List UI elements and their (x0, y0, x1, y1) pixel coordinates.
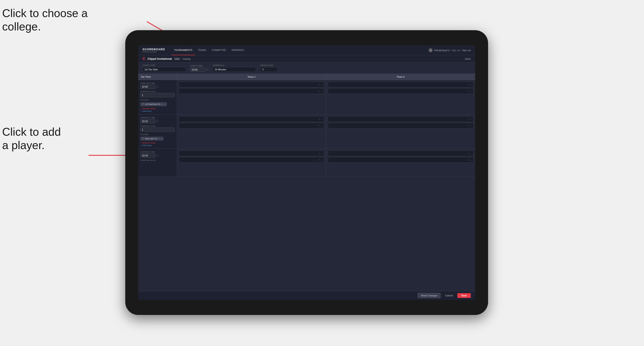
player-remove-3-1[interactable]: × (319, 118, 320, 120)
player-remove-3-2[interactable]: × (319, 124, 320, 127)
sign-out-link[interactable]: Sign out (452, 49, 460, 52)
add-group-2[interactable]: + Add Group (140, 144, 175, 147)
player-row-3-2[interactable]: × ⌄ (179, 123, 324, 128)
team1-cell-3: × ⌄ × ⌄ (177, 149, 326, 177)
player-chevron-3-1[interactable]: ⌄ (321, 118, 323, 120)
starting-hole-select-1[interactable]: 1 (140, 93, 175, 97)
group-size-select[interactable]: 3 (260, 67, 278, 72)
tee-time-cell-1: STARTING TIME: ⓘ STARTING HOLE: 1 COURSE… (138, 80, 177, 114)
settings-bar: Start Type 1st Tee Start Start Time ⓘ In… (138, 63, 475, 74)
player-row-3-1[interactable]: × ⌄ (179, 116, 324, 122)
course-tag-2[interactable]: 🏌 East Lake GC × ⌄ (140, 137, 164, 141)
player-row-1-2[interactable]: × ⌄ (179, 88, 324, 94)
player-remove-6-2[interactable]: × (468, 159, 469, 161)
start-time-input[interactable] (190, 67, 205, 72)
player-chevron-3-2[interactable]: ⌄ (321, 124, 323, 127)
course-chevron-1[interactable]: ⌄ (164, 103, 165, 106)
group-row-1: STARTING TIME: ⓘ STARTING HOLE: 1 COURSE… (138, 80, 475, 115)
starting-time-row-3: ⓘ (140, 153, 175, 158)
player-remove-4-1[interactable]: × (468, 118, 469, 120)
course-name-2: East Lake GC (145, 138, 157, 140)
starting-time-input-2[interactable] (140, 119, 156, 123)
logo-area: SCOREBOARD Powered by clippd (142, 48, 165, 53)
starting-time-label-1: STARTING TIME: (140, 82, 175, 84)
back-button[interactable]: ‹ Back (464, 58, 471, 60)
starting-time-input-3[interactable] (140, 153, 156, 158)
nav-link-rankings[interactable]: RANKINGS (229, 45, 247, 55)
team1-cell-1: × ⌄ × ⌄ (177, 80, 326, 114)
nav-link-tournaments[interactable]: TOURNAMENTS (172, 45, 195, 55)
player-chevron-2-2[interactable]: ⌄ (470, 90, 472, 92)
intervals-select[interactable]: 10 Minutes (213, 67, 256, 72)
tee-time-cell-2: STARTING TIME: ⓘ STARTING HOLE: 1 COURSE… (138, 115, 177, 149)
player-remove-1-2[interactable]: × (319, 90, 320, 92)
add-group-1[interactable]: + Add Group (140, 110, 175, 112)
player-remove-5-2[interactable]: × (319, 159, 320, 161)
start-type-select[interactable]: 1st Tee Start (142, 67, 186, 72)
course-remove-2[interactable]: × (158, 137, 160, 140)
player-remove-2-1[interactable]: × (468, 83, 469, 86)
remove-group-2[interactable]: ○ Remove Group (140, 142, 175, 144)
time-info-icon: ⓘ (206, 68, 208, 71)
player-chevron-1-1[interactable]: ⌄ (321, 83, 323, 86)
player-row-2-2[interactable]: × ⌄ (328, 88, 474, 94)
annotation-add-player: Click to add a player. (2, 125, 61, 152)
start-type-group: Start Type 1st Tee Start (142, 64, 186, 72)
app-logo: SCOREBOARD (142, 48, 165, 51)
player-row-4-1[interactable]: × ⌄ (328, 116, 474, 122)
group-size-label: Group Size (260, 64, 278, 66)
user-avatar (429, 48, 432, 52)
player-row-6-2[interactable]: × ⌄ (328, 157, 474, 163)
course-tag-1[interactable]: 🏌 (A) Peachtree GC × ⌄ (140, 102, 167, 106)
player-chevron-1-2[interactable]: ⌄ (321, 90, 323, 92)
bottom-bar: Reset Changes Cancel Save (138, 291, 475, 300)
player-chevron-2-1[interactable]: ⌄ (470, 83, 472, 86)
nav-right: blair@clippd.io Sign out Sign out (429, 48, 471, 52)
player-chevron-5-1[interactable]: ⌄ (321, 152, 323, 155)
main-content: STARTING TIME: ⓘ STARTING HOLE: 1 COURSE… (138, 80, 475, 291)
team2-cell-2: × ⌄ × ⌄ (326, 115, 475, 149)
player-chevron-5-2[interactable]: ⌄ (321, 159, 323, 161)
player-row-4-2[interactable]: × ⌄ (328, 123, 474, 128)
save-button[interactable]: Save (458, 293, 471, 298)
info-icon-3: ⓘ (156, 154, 159, 157)
player-chevron-6-2[interactable]: ⌄ (470, 159, 472, 161)
nav-link-teams[interactable]: TEAMS (196, 45, 209, 55)
player-row-5-2[interactable]: × ⌄ (179, 157, 324, 163)
nav-link-committee[interactable]: COMMITTEE (209, 45, 229, 55)
logo-subtitle: Powered by clippd (142, 51, 165, 53)
th-team1: Team 1 (177, 74, 326, 80)
course-remove-1[interactable]: × (162, 103, 163, 106)
sign-out-text[interactable]: Sign out (462, 49, 471, 52)
player-chevron-6-1[interactable]: ⌄ (470, 152, 472, 155)
player-row-1-1[interactable]: × ⌄ (179, 82, 324, 87)
player-remove-2-2[interactable]: × (468, 90, 469, 92)
player-remove-1-1[interactable]: × (319, 83, 320, 86)
starting-time-input-1[interactable] (140, 85, 156, 89)
info-icon-2: ⓘ (156, 120, 159, 123)
start-type-label: Start Type (142, 64, 186, 66)
player-chevron-4-1[interactable]: ⌄ (470, 118, 472, 120)
player-chevron-4-2[interactable]: ⌄ (470, 124, 472, 127)
starting-time-row-1: ⓘ (140, 85, 175, 89)
tournament-name: Clippd Invitational (148, 57, 172, 60)
group-size-group: Group Size 3 (260, 64, 278, 72)
course-chevron-2[interactable]: ⌄ (160, 137, 162, 140)
clippd-logo-icon: C (142, 56, 145, 61)
player-remove-4-2[interactable]: × (468, 124, 469, 127)
reset-changes-button[interactable]: Reset Changes (418, 293, 440, 298)
player-row-2-1[interactable]: × ⌄ (328, 82, 474, 87)
group-row-3: STARTING TIME: ⓘ STARTING HOLE: × ⌄ × ⌄ (138, 149, 475, 177)
nav-links: TOURNAMENTS TEAMS COMMITTEE RANKINGS (172, 45, 429, 55)
remove-group-1[interactable]: ○ Remove Group (140, 107, 175, 110)
course-icon-2: 🏌 (142, 138, 144, 140)
course-label-2: COURSE: (140, 134, 175, 136)
player-row-6-1[interactable]: × ⌄ (328, 151, 474, 156)
team2-cell-3: × ⌄ × ⌄ (326, 149, 475, 177)
cancel-button[interactable]: Cancel (442, 293, 456, 298)
player-row-5-1[interactable]: × ⌄ (179, 151, 324, 156)
player-remove-6-1[interactable]: × (468, 152, 469, 155)
tee-time-cell-3: STARTING TIME: ⓘ STARTING HOLE: (138, 149, 177, 177)
player-remove-5-1[interactable]: × (319, 152, 320, 155)
starting-hole-select-2[interactable]: 1 (140, 128, 175, 132)
